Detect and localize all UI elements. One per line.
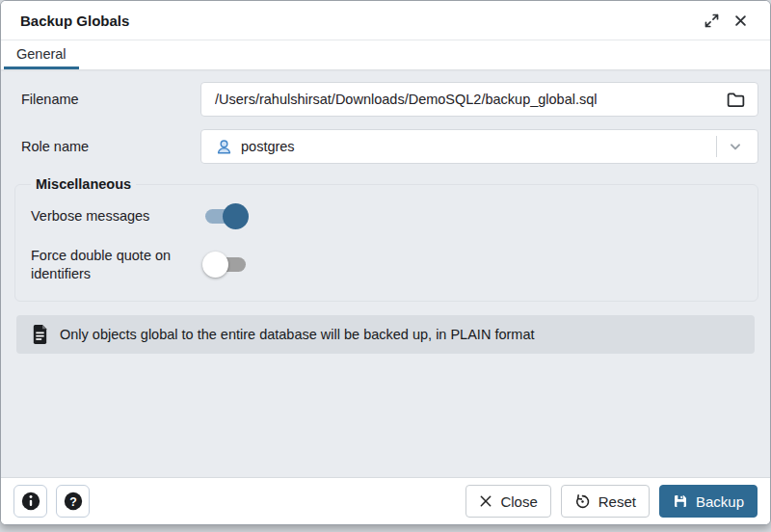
miscellaneous-fieldset: Miscellaneous Verbose messages Force dou… [14, 176, 758, 302]
close-x-icon [479, 494, 492, 508]
filename-field [200, 82, 758, 117]
backup-button-label: Backup [696, 493, 744, 510]
filename-row: Filename [14, 82, 758, 117]
reset-button[interactable]: Reset [561, 485, 650, 518]
force-double-quote-label: Force double quote on identifiers [31, 247, 202, 283]
close-button[interactable]: Close [465, 485, 550, 518]
user-icon [215, 138, 233, 156]
tab-bar: General [1, 40, 770, 69]
close-icon [733, 13, 748, 28]
help-icon: ? [63, 491, 84, 512]
dialog-titlebar: Backup Globals [1, 1, 770, 40]
toggle-knob [202, 252, 228, 278]
dialog-title: Backup Globals [20, 13, 697, 29]
verbose-messages-row: Verbose messages [31, 203, 744, 229]
tab-general[interactable]: General [4, 42, 79, 69]
reset-icon [574, 493, 591, 510]
role-name-dropdown-button[interactable] [721, 132, 750, 161]
role-name-row: Role name postgres [14, 129, 758, 164]
toggle-knob [223, 203, 249, 229]
role-name-combobox[interactable]: postgres [200, 129, 758, 164]
info-note-text: Only objects global to the entire databa… [60, 327, 534, 342]
info-icon [20, 491, 41, 512]
folder-icon [726, 90, 746, 110]
info-note: Only objects global to the entire databa… [16, 315, 755, 354]
expand-button[interactable] [697, 6, 726, 35]
reset-button-label: Reset [598, 493, 636, 510]
chevron-down-icon [728, 139, 743, 154]
role-name-value: postgres [241, 139, 716, 154]
help-button[interactable]: ? [56, 485, 90, 518]
verbose-messages-toggle[interactable] [202, 203, 249, 229]
close-button-label: Close [500, 493, 537, 510]
svg-text:?: ? [69, 495, 77, 509]
filename-label: Filename [14, 91, 200, 108]
dialog-footer: ? Close Reset [1, 477, 770, 524]
sql-info-button[interactable] [13, 485, 47, 518]
combo-divider [716, 136, 717, 157]
force-double-quote-toggle[interactable] [202, 252, 249, 278]
filename-input[interactable] [215, 92, 721, 107]
miscellaneous-legend: Miscellaneous [31, 176, 136, 192]
dialog-content: Filename Role name [1, 69, 770, 477]
tab-general-label: General [16, 46, 66, 62]
dialog-close-button[interactable] [726, 6, 755, 35]
backup-globals-dialog: Backup Globals General Filenam [0, 0, 771, 525]
browse-file-button[interactable] [721, 85, 750, 114]
force-double-quote-row: Force double quote on identifiers [31, 247, 744, 283]
expand-icon [704, 13, 720, 29]
document-icon [32, 325, 48, 344]
verbose-messages-label: Verbose messages [31, 207, 202, 226]
role-name-label: Role name [14, 138, 200, 155]
backup-button[interactable]: Backup [659, 485, 758, 518]
save-icon [673, 493, 688, 509]
